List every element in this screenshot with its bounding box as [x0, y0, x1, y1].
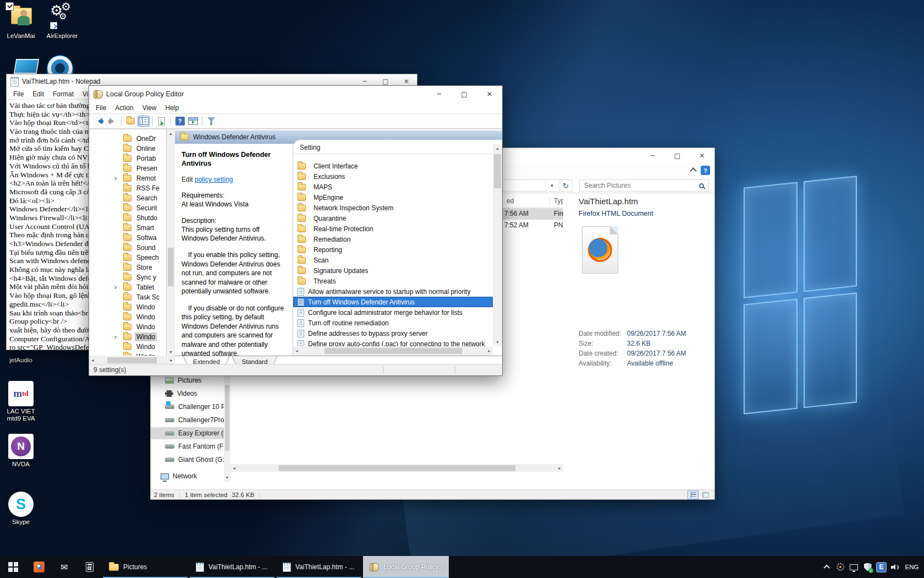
- nav-item-videos[interactable]: Videos: [151, 388, 224, 400]
- taskbar-button-vaithietlap-htm-[interactable]: VaiThietLap.htm - ...: [276, 556, 362, 578]
- thumbnails-view-button[interactable]: [700, 490, 711, 499]
- start-button[interactable]: [0, 556, 26, 578]
- settings-list-folder-row[interactable]: MAPS: [293, 182, 493, 192]
- tree-item[interactable]: Shutdo: [89, 213, 166, 223]
- settings-list-scrollbar[interactable]: ▲ ▼: [493, 144, 502, 346]
- nav-item-giant-ghost-g-[interactable]: Giant Ghost (G:): [151, 454, 224, 466]
- scrollbar-thumb[interactable]: [168, 248, 174, 286]
- taskbar-mail-button[interactable]: ✉: [52, 556, 77, 578]
- scrollbar-thumb[interactable]: [107, 357, 157, 363]
- tree-item[interactable]: Softwa: [89, 233, 166, 243]
- filter-button[interactable]: [205, 116, 217, 127]
- expander-icon[interactable]: ›: [114, 334, 120, 340]
- tree-item[interactable]: Task Sc: [89, 292, 166, 302]
- settings-list-folder-row[interactable]: Client Interface: [293, 161, 493, 171]
- tree-item[interactable]: Online: [89, 144, 166, 154]
- tree-scrollbar[interactable]: ▲ ▼: [167, 129, 175, 356]
- desktop-icon-nvda[interactable]: N NVDA: [0, 434, 42, 468]
- expander-icon[interactable]: ›: [114, 176, 120, 181]
- column-separator[interactable]: [549, 197, 550, 206]
- scroll-left-icon[interactable]: ◄: [295, 349, 299, 353]
- search-input[interactable]: Search Pictures: [579, 179, 709, 192]
- menu-item-action[interactable]: Action: [111, 103, 138, 113]
- settings-list-setting-row[interactable]: Allow antimalware service to startup wit…: [293, 286, 493, 297]
- settings-list-folder-row[interactable]: Remediation: [293, 234, 493, 244]
- settings-list-setting-row[interactable]: Define proxy auto-config (.pac) for conn…: [293, 339, 493, 346]
- taskbar-jetaudio-button[interactable]: [26, 556, 52, 578]
- desktop-icon-levanmai[interactable]: LeVanMai: [0, 4, 42, 40]
- menu-item-edit[interactable]: Edit: [28, 89, 48, 99]
- taskbar-button-pictures[interactable]: Pictures: [102, 556, 188, 578]
- taskbar-button-vaithietlap-htm-[interactable]: VaiThietLap.htm - ...: [189, 556, 275, 578]
- nav-item-network[interactable]: Network: [151, 470, 224, 482]
- settings-list-folder-row[interactable]: Reporting: [293, 244, 493, 255]
- scroll-down-icon[interactable]: ▼: [224, 473, 230, 482]
- taskbar-calculator-button[interactable]: [77, 556, 102, 578]
- tray-network-button[interactable]: [847, 556, 861, 578]
- tree-item[interactable]: Windo: [89, 342, 166, 352]
- desktop-icon-skype[interactable]: S Skype: [0, 492, 42, 526]
- tree-item[interactable]: ›Tablet: [89, 282, 166, 292]
- column-date-modified[interactable]: ed: [507, 197, 514, 205]
- show-preview-pane-button[interactable]: [187, 116, 199, 127]
- settings-list-setting-row[interactable]: Turn off routine remediation: [293, 318, 493, 328]
- tray-overflow-button[interactable]: [820, 556, 833, 578]
- menu-item-help[interactable]: Help: [161, 103, 184, 113]
- settings-list-setting-row[interactable]: Define addresses to bypass proxy server: [293, 328, 493, 339]
- settings-list-folder-row[interactable]: Signature Updates: [293, 265, 493, 276]
- nav-item-challenger7pro3[interactable]: Challenger7Pro3: [151, 414, 224, 426]
- desktop-icon-airexplorer[interactable]: ⚙⚙⚙ AirExplorer: [41, 4, 83, 40]
- file-list-horizontal-scrollbar[interactable]: ◄ ►: [230, 464, 563, 472]
- tree-item[interactable]: Search: [89, 193, 166, 203]
- tray-defender-button[interactable]: ✓: [861, 556, 875, 578]
- tree-item[interactable]: Smart: [89, 223, 166, 233]
- settings-column-header[interactable]: Setting: [293, 140, 502, 154]
- settings-horizontal-scrollbar[interactable]: ◄ ►: [293, 346, 493, 356]
- nav-item-pictures[interactable]: Pictures: [151, 374, 224, 386]
- maximize-button[interactable]: □: [665, 148, 690, 163]
- scroll-left-icon[interactable]: ◄: [232, 466, 236, 470]
- search-icon[interactable]: [699, 183, 704, 188]
- menu-item-file[interactable]: File: [91, 103, 111, 113]
- ribbon-collapse-icon[interactable]: [690, 167, 697, 175]
- menu-item-view[interactable]: View: [138, 103, 161, 113]
- close-button[interactable]: ✕: [477, 86, 502, 102]
- settings-list-folder-row[interactable]: Threats: [293, 276, 493, 286]
- maximize-button[interactable]: □: [452, 86, 477, 102]
- tree-item[interactable]: Windo: [89, 312, 166, 322]
- chevron-down-icon[interactable]: ▼: [546, 180, 558, 191]
- help-button[interactable]: ?: [174, 116, 186, 127]
- tray-volume-button[interactable]: [888, 556, 902, 578]
- tree-item[interactable]: ›Remot: [89, 173, 166, 183]
- scroll-down-icon[interactable]: ▼: [493, 338, 502, 346]
- settings-list-folder-row[interactable]: Exclusions: [293, 171, 493, 182]
- desktop-icon-lacviet[interactable]: mtd LAC VIETmtd9 EVA: [0, 381, 42, 422]
- tree-item[interactable]: Sound: [89, 243, 166, 253]
- scrollbar-thumb[interactable]: [279, 465, 515, 471]
- nav-item-challenger-10-pr[interactable]: Challenger 10 Pr: [151, 401, 224, 413]
- tree-item[interactable]: Portab: [89, 154, 166, 163]
- desktop-icon-jetaudio[interactable]: jetAudio: [0, 355, 42, 364]
- minimize-button[interactable]: ─: [640, 148, 665, 163]
- scrollbar-thumb[interactable]: [494, 154, 501, 188]
- nav-item-fast-fantom-f-[interactable]: Fast Fantom (F:): [151, 440, 224, 452]
- taskbar-button-local-group-policy-[interactable]: Local Group Policy ...: [363, 556, 449, 578]
- tree-item[interactable]: Presen: [89, 163, 166, 173]
- settings-list-setting-row[interactable]: Configure local administrator merge beha…: [293, 307, 493, 318]
- back-button[interactable]: [93, 116, 105, 127]
- settings-list-folder-row[interactable]: Scan: [293, 255, 493, 265]
- scroll-right-icon[interactable]: ►: [558, 466, 562, 470]
- settings-list-folder-row[interactable]: Quarantine: [293, 213, 493, 223]
- language-indicator[interactable]: ENG: [902, 556, 922, 578]
- tree-item[interactable]: Store: [89, 263, 166, 272]
- up-one-level-button[interactable]: [124, 116, 136, 127]
- scroll-up-icon[interactable]: ▲: [167, 129, 175, 138]
- tree-item[interactable]: Securit: [89, 203, 166, 213]
- tree-item[interactable]: OneDr: [89, 134, 166, 144]
- settings-list-folder-row[interactable]: MpEngine: [293, 192, 493, 203]
- scrollbar-thumb[interactable]: [225, 385, 229, 451]
- partial-monitor-icon[interactable]: [14, 59, 39, 74]
- settings-list-folder-row[interactable]: Network Inspection System: [293, 203, 493, 213]
- settings-list-setting-row[interactable]: Turn off Windows Defender Antivirus: [293, 297, 493, 307]
- menu-item-format[interactable]: Format: [48, 89, 78, 99]
